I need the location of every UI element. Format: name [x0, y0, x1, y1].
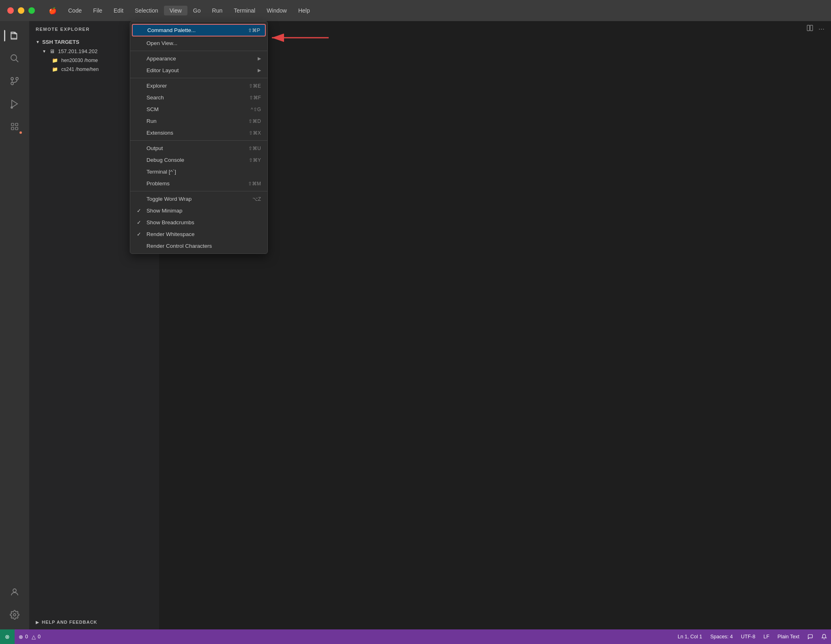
statusbar-errors[interactable]: ⊗ 0 △ 0 [15, 629, 45, 644]
svg-rect-12 [15, 127, 18, 130]
files-icon [9, 30, 20, 41]
activity-item-remote[interactable] [4, 116, 25, 137]
chevron-right-icon: ▼ [42, 49, 46, 54]
statusbar-left: ⊗ ⊗ 0 △ 0 [0, 629, 45, 644]
activity-item-run[interactable] [4, 93, 25, 114]
menu-item-problems[interactable]: Problems ⇧⌘M [130, 178, 267, 189]
menu-file[interactable]: File [87, 6, 108, 15]
svg-point-8 [11, 107, 13, 108]
menu-view[interactable]: View [164, 6, 187, 15]
statusbar: ⊗ ⊗ 0 △ 0 Ln 1, Col 1 Spaces: 4 UTF-8 LF… [0, 629, 831, 644]
statusbar-feedback[interactable] [803, 629, 817, 644]
menu-edit[interactable]: Edit [108, 6, 129, 15]
menu-code[interactable]: Code [62, 6, 87, 15]
submenu-arrow-appearance: ▶ [258, 56, 261, 61]
show-breadcrumbs-label: Show Breadcrumbs [146, 219, 258, 225]
statusbar-eol[interactable]: LF [759, 629, 773, 644]
svg-point-3 [11, 82, 13, 85]
remote-icon-status: ⊗ [5, 633, 10, 640]
monitor-icon: 🖥 [50, 48, 55, 54]
activity-item-search[interactable] [4, 48, 25, 69]
menu-selection[interactable]: Selection [129, 6, 164, 15]
menu-item-search[interactable]: Search ⇧⌘F [130, 92, 267, 103]
menu-item-terminal[interactable]: Terminal [^`] [130, 166, 267, 178]
menu-item-output[interactable]: Output ⇧⌘U [130, 142, 267, 154]
run-shortcut: ⇧⌘D [248, 118, 261, 124]
remote-icon [10, 122, 19, 131]
activity-item-git[interactable] [4, 71, 25, 92]
split-editor-icon[interactable] [806, 24, 814, 34]
separator-2 [130, 78, 267, 78]
statusbar-spaces[interactable]: Spaces: 4 [706, 629, 737, 644]
debug-console-shortcut: ⇧⌘Y [249, 157, 261, 163]
scm-label: SCM [146, 106, 248, 112]
svg-point-1 [11, 55, 17, 60]
activity-bar [0, 21, 29, 629]
menu-item-appearance[interactable]: Appearance ▶ [130, 53, 267, 64]
warning-count: 0 [38, 634, 41, 640]
menu-item-explorer[interactable]: Explorer ⇧⌘E [130, 80, 267, 92]
traffic-lights [0, 7, 43, 14]
titlebar: 🍎 Code File Edit Selection View Go Run T… [0, 0, 831, 21]
menu-go[interactable]: Go [187, 6, 207, 15]
toggle-word-wrap-label: Toggle Word Wrap [146, 196, 249, 202]
menu-item-render-whitespace[interactable]: ✓ Render Whitespace [130, 228, 267, 240]
problems-label: Problems [146, 180, 245, 187]
more-actions-icon[interactable]: ··· [818, 25, 825, 33]
menu-item-show-breadcrumbs[interactable]: ✓ Show Breadcrumbs [130, 217, 267, 228]
language-mode-label: Plain Text [777, 634, 799, 640]
menu-item-render-control-chars[interactable]: Render Control Characters [130, 240, 267, 252]
statusbar-position[interactable]: Ln 1, Col 1 [674, 629, 706, 644]
view-menu-dropdown[interactable]: Command Palette... ⇧⌘P Open View... Appe… [130, 21, 268, 254]
activity-item-settings[interactable] [4, 604, 25, 625]
menu-item-run[interactable]: Run ⇧⌘D [130, 115, 267, 127]
ssh-targets-label: SSH TARGETS [42, 39, 80, 45]
output-shortcut: ⇧⌘U [248, 146, 261, 151]
menu-help[interactable]: Help [293, 6, 316, 15]
svg-point-13 [13, 589, 16, 592]
menu-terminal[interactable]: Terminal [228, 6, 261, 15]
spaces-label: Spaces: 4 [710, 634, 733, 640]
activity-item-explorer[interactable] [4, 25, 25, 46]
svg-line-2 [16, 60, 19, 62]
maximize-button[interactable] [28, 7, 35, 14]
svg-rect-11 [11, 127, 14, 130]
separator-3 [130, 140, 267, 141]
menu-item-show-minimap[interactable]: ✓ Show Minimap [130, 205, 267, 217]
menu-item-command-palette[interactable]: Command Palette... ⇧⌘P [132, 24, 266, 36]
menu-window[interactable]: Window [261, 6, 293, 15]
menu-item-debug-console[interactable]: Debug Console ⇧⌘Y [130, 154, 267, 166]
statusbar-right: Ln 1, Col 1 Spaces: 4 UTF-8 LF Plain Tex… [674, 629, 831, 644]
settings-icon [10, 610, 19, 620]
menu-item-editor-layout[interactable]: Editor Layout ▶ [130, 64, 267, 76]
scm-shortcut: ^⇧G [251, 107, 261, 112]
statusbar-remote-button[interactable]: ⊗ [0, 629, 15, 644]
menu-item-open-view[interactable]: Open View... [130, 37, 267, 49]
close-button[interactable] [7, 7, 14, 14]
menu-item-toggle-word-wrap[interactable]: Toggle Word Wrap ⌥Z [130, 193, 267, 205]
svg-point-14 [13, 614, 16, 616]
menu-item-extensions[interactable]: Extensions ⇧⌘X [130, 127, 267, 139]
help-feedback-label: HELP AND FEEDBACK [42, 620, 97, 625]
explorer-label: Explorer [146, 83, 245, 89]
search-icon [10, 54, 19, 63]
run-label: Run [146, 118, 245, 124]
git-icon [10, 76, 19, 86]
remote-badge [19, 131, 23, 135]
separator-4 [130, 191, 267, 191]
help-feedback-section[interactable]: ▶ HELP AND FEEDBACK [29, 615, 159, 629]
statusbar-notifications[interactable] [817, 629, 831, 644]
menu-run[interactable]: Run [207, 6, 228, 15]
statusbar-encoding[interactable]: UTF-8 [737, 629, 759, 644]
minimize-button[interactable] [18, 7, 24, 14]
apple-menu[interactable]: 🍎 [43, 7, 62, 15]
menu-item-scm[interactable]: SCM ^⇧G [130, 103, 267, 115]
folder-icon-2: 📁 [52, 67, 58, 72]
command-palette-label-area: Command Palette... [147, 27, 245, 33]
bell-icon [821, 634, 827, 640]
statusbar-language[interactable]: Plain Text [773, 629, 803, 644]
render-whitespace-label: Render Whitespace [146, 231, 258, 237]
activity-item-account[interactable] [4, 582, 25, 603]
svg-rect-15 [807, 25, 809, 31]
error-count: 0 [25, 634, 28, 640]
